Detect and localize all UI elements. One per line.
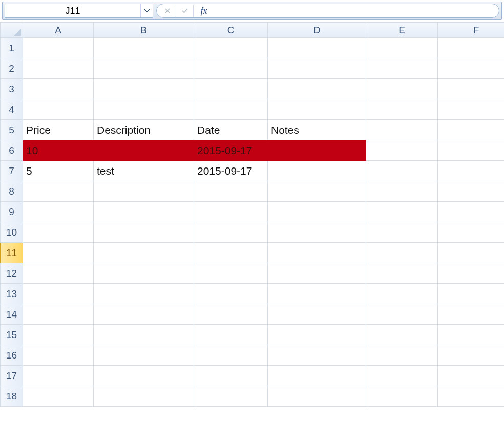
cell-F18[interactable] <box>438 386 505 407</box>
cell-D17[interactable] <box>268 366 366 386</box>
cell-D14[interactable] <box>268 304 366 325</box>
cell-B14[interactable] <box>94 304 194 325</box>
cell-A4[interactable] <box>23 99 94 120</box>
cell-C2[interactable] <box>194 58 268 79</box>
cell-B16[interactable] <box>94 345 194 366</box>
cell-F9[interactable] <box>438 202 505 222</box>
cell-E16[interactable] <box>366 345 438 366</box>
cell-F14[interactable] <box>438 304 505 325</box>
cell-E4[interactable] <box>366 99 438 120</box>
cell-B5[interactable]: Description <box>94 120 194 140</box>
cell-A7[interactable]: 5 <box>23 161 94 181</box>
cell-D3[interactable] <box>268 79 366 99</box>
cell-C10[interactable] <box>194 222 268 243</box>
cell-B10[interactable] <box>94 222 194 243</box>
cell-B4[interactable] <box>94 99 194 120</box>
col-header-A[interactable]: A <box>23 23 94 38</box>
cell-C9[interactable] <box>194 202 268 222</box>
cell-D18[interactable] <box>268 386 366 407</box>
row-header-10[interactable]: 10 <box>1 222 23 243</box>
cell-F7[interactable] <box>438 161 505 181</box>
cell-D12[interactable] <box>268 263 366 284</box>
cell-C4[interactable] <box>194 99 268 120</box>
cell-A9[interactable] <box>23 202 94 222</box>
cell-C3[interactable] <box>194 79 268 99</box>
cell-E8[interactable] <box>366 181 438 202</box>
cancel-formula-button[interactable] <box>159 5 176 17</box>
cell-D4[interactable] <box>268 99 366 120</box>
cell-F15[interactable] <box>438 325 505 345</box>
row-header-8[interactable]: 8 <box>1 181 23 202</box>
cell-F6[interactable] <box>438 140 505 161</box>
cell-B6[interactable] <box>94 140 194 161</box>
cell-B9[interactable] <box>94 202 194 222</box>
row-header-13[interactable]: 13 <box>1 284 23 304</box>
row-header-12[interactable]: 12 <box>1 263 23 284</box>
cell-D8[interactable] <box>268 181 366 202</box>
cell-E13[interactable] <box>366 284 438 304</box>
cell-C5[interactable]: Date <box>194 120 268 140</box>
cell-E12[interactable] <box>366 263 438 284</box>
cell-A1[interactable] <box>23 38 94 58</box>
col-header-D[interactable]: D <box>268 23 366 38</box>
cell-A12[interactable] <box>23 263 94 284</box>
cell-A8[interactable] <box>23 181 94 202</box>
cell-F1[interactable] <box>438 38 505 58</box>
cell-E18[interactable] <box>366 386 438 407</box>
cell-A15[interactable] <box>23 325 94 345</box>
row-header-4[interactable]: 4 <box>1 99 23 120</box>
cell-A17[interactable] <box>23 366 94 386</box>
cell-C18[interactable] <box>194 386 268 407</box>
cell-A2[interactable] <box>23 58 94 79</box>
cell-E6[interactable] <box>366 140 438 161</box>
cell-D6[interactable] <box>268 140 366 161</box>
cell-A6[interactable]: 10 <box>23 140 94 161</box>
cell-F4[interactable] <box>438 99 505 120</box>
row-header-3[interactable]: 3 <box>1 79 23 99</box>
cell-C16[interactable] <box>194 345 268 366</box>
cell-A16[interactable] <box>23 345 94 366</box>
col-header-E[interactable]: E <box>366 23 438 38</box>
cell-D16[interactable] <box>268 345 366 366</box>
cell-C14[interactable] <box>194 304 268 325</box>
col-header-C[interactable]: C <box>194 23 268 38</box>
col-header-B[interactable]: B <box>94 23 194 38</box>
row-header-7[interactable]: 7 <box>1 161 23 181</box>
cell-C17[interactable] <box>194 366 268 386</box>
cell-C13[interactable] <box>194 284 268 304</box>
select-all-corner[interactable] <box>1 23 23 38</box>
cell-D5[interactable]: Notes <box>268 120 366 140</box>
row-header-16[interactable]: 16 <box>1 345 23 366</box>
cell-F8[interactable] <box>438 181 505 202</box>
cell-E17[interactable] <box>366 366 438 386</box>
row-header-14[interactable]: 14 <box>1 304 23 325</box>
row-header-15[interactable]: 15 <box>1 325 23 345</box>
cell-E15[interactable] <box>366 325 438 345</box>
name-box-dropdown[interactable] <box>140 4 153 17</box>
cell-E10[interactable] <box>366 222 438 243</box>
cell-A18[interactable] <box>23 386 94 407</box>
cell-A10[interactable] <box>23 222 94 243</box>
cell-D9[interactable] <box>268 202 366 222</box>
row-header-11[interactable]: 11 <box>1 243 23 263</box>
cell-E1[interactable] <box>366 38 438 58</box>
cell-D7[interactable] <box>268 161 366 181</box>
cell-E14[interactable] <box>366 304 438 325</box>
cell-F16[interactable] <box>438 345 505 366</box>
cell-C7[interactable]: 2015-09-17 <box>194 161 268 181</box>
cell-D2[interactable] <box>268 58 366 79</box>
cell-C11[interactable] <box>194 243 268 263</box>
cell-D1[interactable] <box>268 38 366 58</box>
cell-B2[interactable] <box>94 58 194 79</box>
insert-function-button[interactable]: fx <box>194 5 214 17</box>
cell-D10[interactable] <box>268 222 366 243</box>
row-header-5[interactable]: 5 <box>1 120 23 140</box>
formula-input[interactable] <box>214 4 497 17</box>
cell-C8[interactable] <box>194 181 268 202</box>
cell-F12[interactable] <box>438 263 505 284</box>
cell-B7[interactable]: test <box>94 161 194 181</box>
row-header-1[interactable]: 1 <box>1 38 23 58</box>
cell-B8[interactable] <box>94 181 194 202</box>
cell-C15[interactable] <box>194 325 268 345</box>
cell-F13[interactable] <box>438 284 505 304</box>
